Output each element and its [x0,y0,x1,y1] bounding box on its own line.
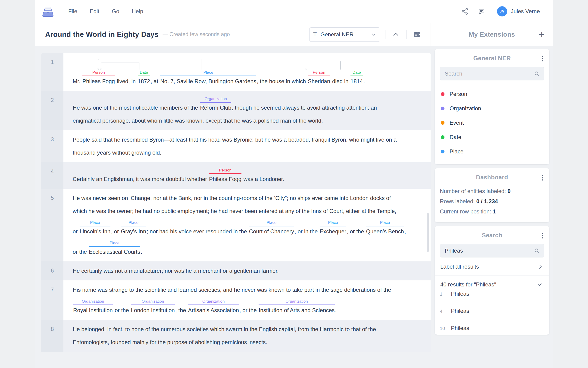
text-line[interactable]: which he was the owner; he had no public… [73,207,426,215]
row-content: He was never seen on ‘Change, nor at the… [63,189,430,261]
text-line[interactable]: He certainly was not a manufacturer; nor… [73,267,426,275]
text-line[interactable]: enigmatical personage, about whom little… [73,117,426,125]
entity-type-person[interactable]: Person [440,87,544,101]
dashboard-stat: Rows labeled: 0 / 1,234 [440,196,544,206]
text-line[interactable]: He was one of the most noticeable member… [73,96,426,112]
search-result-row[interactable]: 10Phileas [440,325,544,335]
text-segment: enigmatical personage, about whom little… [73,118,323,124]
text-segment: His name was strange to the scientific a… [73,287,391,293]
entity-label: Person [209,168,241,174]
results-summary-text: 40 results for "Phileas" [440,281,496,288]
divider [385,30,386,39]
menu-item-help[interactable]: Help [132,8,143,15]
table-row[interactable]: 1Mr. PersonPhileas Fogg lived, in Date18… [41,53,430,91]
entity-annotation-person[interactable]: PersonPhileas Fogg [82,70,115,85]
kebab-menu-icon[interactable] [541,232,544,239]
relation-arc [98,59,202,70]
avatar[interactable]: JV [497,6,507,17]
table-row[interactable]: 4Certainly an Englishman, it was more do… [41,162,430,189]
menu-item-go[interactable]: Go [112,8,119,15]
doc-search-input[interactable] [445,248,534,254]
comments-button[interactable] [476,6,487,17]
menu-item-edit[interactable]: Edit [90,8,99,15]
ner-search-input[interactable] [445,70,534,77]
created-subtitle: — Created few seconds ago [163,31,230,37]
user-name: Jules Verne [511,8,540,15]
entity-label: Organization [188,299,239,305]
entity-annotation-organization[interactable]: OrganizationLondon Institution [130,299,175,314]
text-line[interactable]: He belonged, in fact, to none of the num… [73,325,426,333]
entity-label: Place [366,220,404,226]
text-line[interactable]: or PlaceLincoln’s Inn, or PlaceGray’s In… [73,220,426,235]
row-number: 2 [41,91,63,130]
panel-general-ner: General NER PersonOrganizationEventDateP… [435,49,549,164]
table-row[interactable]: 2He was one of the most noticeable membe… [41,91,430,130]
results-summary[interactable]: 40 results for "Phileas" [440,276,544,291]
text-line[interactable]: thousand years without growing old. [73,149,426,157]
entity-type-organization[interactable]: Organization [440,101,544,116]
entity-annotation-person[interactable]: PersonPhileas Fogg [209,168,242,183]
app-logo-inbox-icon[interactable] [42,6,54,17]
text-line[interactable]: or the PlaceEcclesiastical Courts. [73,240,426,256]
panel-title: Search [482,232,502,239]
panel-title: Dashboard [476,174,508,181]
table-row[interactable]: 5He was never seen on ‘Change, nor at th… [41,189,430,261]
search-result-row[interactable]: 1Phileas [440,291,544,308]
entity-label: Organization [259,299,334,305]
menu-item-file[interactable]: File [68,8,77,15]
entity-text: Phileas Fogg [82,77,115,85]
dashboard-stat: Current row position: 1 [440,206,544,217]
row-content: Certainly an Englishman, it was more dou… [63,162,430,189]
kebab-menu-icon[interactable] [541,174,544,182]
entity-text: Ecclesiastical Courts [89,248,140,256]
entity-annotation-organization[interactable]: OrganizationArtisan’s Association [187,299,239,314]
entity-annotation-organization[interactable]: OrganizationReform Club [200,96,232,112]
scrollbar-thumb[interactable] [427,213,429,252]
panel-title: General NER [473,55,511,62]
table-row[interactable]: 7His name was strange to the scientific … [41,280,430,320]
label-all-results[interactable]: Label all results [440,258,544,276]
text-segment: ; nor had his voice ever resounded in th… [147,228,248,235]
entity-text: Royal Institution [73,306,113,314]
entity-label: Date [138,70,150,76]
entity-annotation-place[interactable]: PlaceQueen’s Bench [366,220,404,235]
entity-annotation-date[interactable]: Date1872 [137,70,150,85]
toggle-side-panel-button[interactable] [412,29,423,40]
text-segment: . [335,307,337,313]
kebab-menu-icon[interactable] [541,55,544,62]
entity-annotation-place[interactable]: PlaceExchequer [319,220,347,235]
text-line[interactable]: People said that he resembled Byron—at l… [73,136,426,144]
entity-annotation-place[interactable]: PlaceLincoln’s Inn [79,220,111,235]
text-line[interactable]: Mr. PersonPhileas Fogg lived, in Date187… [73,58,426,85]
entity-type-event[interactable]: Event [440,116,544,130]
entity-annotation-place[interactable]: PlaceEcclesiastical Courts [88,240,140,256]
text-segment: which he was the owner; he had no public… [73,208,396,214]
entity-annotation-organization[interactable]: OrganizationInstitution of Arts and Scie… [258,299,335,314]
table-row[interactable]: 6He certainly was not a manufacturer; no… [41,261,430,280]
entity-annotation-organization[interactable]: OrganizationRoyal Institution [73,299,113,314]
extension-selector-dropdown[interactable]: T General NER [309,27,380,42]
table-row[interactable]: 3People said that he resembled Byron—at … [41,130,430,162]
collapse-up-button[interactable] [391,31,401,38]
entity-text: Gray’s Inn [121,228,146,235]
table-row[interactable]: 8He belonged, in fact, to none of the nu… [41,320,430,352]
entity-annotation-place[interactable]: PlaceNo. 7, Saville Row, Burlington Gard… [160,70,257,85]
text-line[interactable]: Entomologists, founded mainly for the pu… [73,338,426,346]
entity-label: Person [308,70,330,76]
entity-annotation-person[interactable]: PersonSheridan [307,70,331,85]
doc-search-box [440,244,544,258]
text-segment: thousand years without growing old. [73,149,161,156]
text-line[interactable]: He was never seen on ‘Change, nor at the… [73,194,426,202]
entity-annotation-place[interactable]: PlaceCourt of Chancery [249,220,295,235]
entity-text: Phileas Fogg [209,175,241,183]
share-button[interactable] [460,6,470,17]
entity-annotation-place[interactable]: PlaceGray’s Inn [120,220,147,235]
text-line[interactable]: Certainly an Englishman, it was more dou… [73,168,426,183]
search-result-row[interactable]: 4Phileas [440,308,544,325]
text-line[interactable]: His name was strange to the scientific a… [73,286,426,294]
add-extension-button[interactable]: + [539,30,544,39]
entity-annotation-date[interactable]: Date1814 [350,70,363,85]
entity-type-date[interactable]: Date [440,130,544,144]
text-line[interactable]: OrganizationRoyal Institution or the Org… [73,299,426,314]
entity-type-place[interactable]: Place [440,144,544,159]
